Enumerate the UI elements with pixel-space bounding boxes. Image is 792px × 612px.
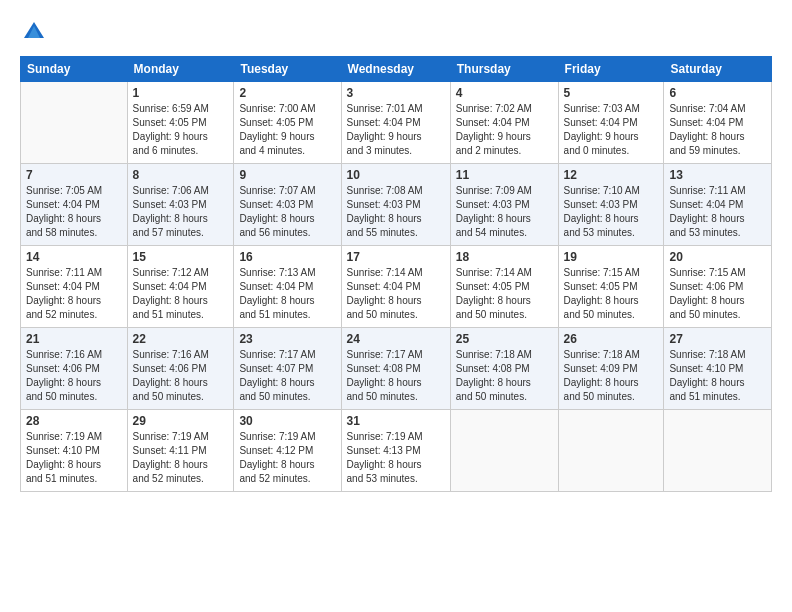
header [20, 18, 772, 46]
calendar-cell: 26Sunrise: 7:18 AM Sunset: 4:09 PM Dayli… [558, 328, 664, 410]
day-number: 30 [239, 414, 335, 428]
day-info: Sunrise: 7:11 AM Sunset: 4:04 PM Dayligh… [669, 184, 766, 240]
day-info: Sunrise: 7:09 AM Sunset: 4:03 PM Dayligh… [456, 184, 553, 240]
calendar-cell: 22Sunrise: 7:16 AM Sunset: 4:06 PM Dayli… [127, 328, 234, 410]
day-info: Sunrise: 7:18 AM Sunset: 4:09 PM Dayligh… [564, 348, 659, 404]
calendar-cell [450, 410, 558, 492]
calendar-cell: 28Sunrise: 7:19 AM Sunset: 4:10 PM Dayli… [21, 410, 128, 492]
day-number: 31 [347, 414, 445, 428]
logo-icon [20, 18, 48, 46]
day-info: Sunrise: 7:16 AM Sunset: 4:06 PM Dayligh… [26, 348, 122, 404]
calendar-cell: 2Sunrise: 7:00 AM Sunset: 4:05 PM Daylig… [234, 82, 341, 164]
calendar-cell: 25Sunrise: 7:18 AM Sunset: 4:08 PM Dayli… [450, 328, 558, 410]
day-info: Sunrise: 7:11 AM Sunset: 4:04 PM Dayligh… [26, 266, 122, 322]
calendar-cell [21, 82, 128, 164]
day-info: Sunrise: 7:05 AM Sunset: 4:04 PM Dayligh… [26, 184, 122, 240]
calendar-header-monday: Monday [127, 57, 234, 82]
day-info: Sunrise: 7:06 AM Sunset: 4:03 PM Dayligh… [133, 184, 229, 240]
day-info: Sunrise: 7:19 AM Sunset: 4:12 PM Dayligh… [239, 430, 335, 486]
day-info: Sunrise: 6:59 AM Sunset: 4:05 PM Dayligh… [133, 102, 229, 158]
calendar-cell: 9Sunrise: 7:07 AM Sunset: 4:03 PM Daylig… [234, 164, 341, 246]
day-number: 19 [564, 250, 659, 264]
calendar-cell [558, 410, 664, 492]
day-info: Sunrise: 7:18 AM Sunset: 4:08 PM Dayligh… [456, 348, 553, 404]
calendar-header-row: SundayMondayTuesdayWednesdayThursdayFrid… [21, 57, 772, 82]
day-number: 11 [456, 168, 553, 182]
day-info: Sunrise: 7:19 AM Sunset: 4:10 PM Dayligh… [26, 430, 122, 486]
calendar-cell: 24Sunrise: 7:17 AM Sunset: 4:08 PM Dayli… [341, 328, 450, 410]
day-info: Sunrise: 7:16 AM Sunset: 4:06 PM Dayligh… [133, 348, 229, 404]
day-number: 14 [26, 250, 122, 264]
calendar-week-4: 21Sunrise: 7:16 AM Sunset: 4:06 PM Dayli… [21, 328, 772, 410]
day-number: 29 [133, 414, 229, 428]
calendar-cell: 29Sunrise: 7:19 AM Sunset: 4:11 PM Dayli… [127, 410, 234, 492]
calendar-week-2: 7Sunrise: 7:05 AM Sunset: 4:04 PM Daylig… [21, 164, 772, 246]
day-number: 12 [564, 168, 659, 182]
calendar-cell: 15Sunrise: 7:12 AM Sunset: 4:04 PM Dayli… [127, 246, 234, 328]
day-number: 18 [456, 250, 553, 264]
day-info: Sunrise: 7:18 AM Sunset: 4:10 PM Dayligh… [669, 348, 766, 404]
day-number: 28 [26, 414, 122, 428]
calendar-cell [664, 410, 772, 492]
day-info: Sunrise: 7:14 AM Sunset: 4:05 PM Dayligh… [456, 266, 553, 322]
day-number: 16 [239, 250, 335, 264]
calendar-week-3: 14Sunrise: 7:11 AM Sunset: 4:04 PM Dayli… [21, 246, 772, 328]
day-number: 27 [669, 332, 766, 346]
calendar-cell: 14Sunrise: 7:11 AM Sunset: 4:04 PM Dayli… [21, 246, 128, 328]
calendar-cell: 1Sunrise: 6:59 AM Sunset: 4:05 PM Daylig… [127, 82, 234, 164]
calendar-cell: 11Sunrise: 7:09 AM Sunset: 4:03 PM Dayli… [450, 164, 558, 246]
day-number: 23 [239, 332, 335, 346]
calendar-cell: 8Sunrise: 7:06 AM Sunset: 4:03 PM Daylig… [127, 164, 234, 246]
day-info: Sunrise: 7:13 AM Sunset: 4:04 PM Dayligh… [239, 266, 335, 322]
calendar-cell: 7Sunrise: 7:05 AM Sunset: 4:04 PM Daylig… [21, 164, 128, 246]
day-number: 1 [133, 86, 229, 100]
calendar-week-5: 28Sunrise: 7:19 AM Sunset: 4:10 PM Dayli… [21, 410, 772, 492]
calendar-cell: 19Sunrise: 7:15 AM Sunset: 4:05 PM Dayli… [558, 246, 664, 328]
day-number: 8 [133, 168, 229, 182]
day-number: 6 [669, 86, 766, 100]
calendar-cell: 12Sunrise: 7:10 AM Sunset: 4:03 PM Dayli… [558, 164, 664, 246]
calendar-cell: 10Sunrise: 7:08 AM Sunset: 4:03 PM Dayli… [341, 164, 450, 246]
calendar-header-saturday: Saturday [664, 57, 772, 82]
day-number: 25 [456, 332, 553, 346]
calendar-cell: 18Sunrise: 7:14 AM Sunset: 4:05 PM Dayli… [450, 246, 558, 328]
day-info: Sunrise: 7:14 AM Sunset: 4:04 PM Dayligh… [347, 266, 445, 322]
calendar-header-thursday: Thursday [450, 57, 558, 82]
day-info: Sunrise: 7:12 AM Sunset: 4:04 PM Dayligh… [133, 266, 229, 322]
calendar-cell: 30Sunrise: 7:19 AM Sunset: 4:12 PM Dayli… [234, 410, 341, 492]
day-number: 22 [133, 332, 229, 346]
calendar-cell: 31Sunrise: 7:19 AM Sunset: 4:13 PM Dayli… [341, 410, 450, 492]
day-info: Sunrise: 7:15 AM Sunset: 4:06 PM Dayligh… [669, 266, 766, 322]
day-number: 26 [564, 332, 659, 346]
day-number: 3 [347, 86, 445, 100]
logo [20, 18, 52, 46]
day-number: 10 [347, 168, 445, 182]
day-info: Sunrise: 7:03 AM Sunset: 4:04 PM Dayligh… [564, 102, 659, 158]
day-number: 13 [669, 168, 766, 182]
day-number: 15 [133, 250, 229, 264]
day-info: Sunrise: 7:02 AM Sunset: 4:04 PM Dayligh… [456, 102, 553, 158]
calendar-header-sunday: Sunday [21, 57, 128, 82]
calendar-header-friday: Friday [558, 57, 664, 82]
calendar-cell: 20Sunrise: 7:15 AM Sunset: 4:06 PM Dayli… [664, 246, 772, 328]
calendar-cell: 5Sunrise: 7:03 AM Sunset: 4:04 PM Daylig… [558, 82, 664, 164]
calendar-table: SundayMondayTuesdayWednesdayThursdayFrid… [20, 56, 772, 492]
day-info: Sunrise: 7:04 AM Sunset: 4:04 PM Dayligh… [669, 102, 766, 158]
calendar-cell: 17Sunrise: 7:14 AM Sunset: 4:04 PM Dayli… [341, 246, 450, 328]
day-number: 7 [26, 168, 122, 182]
day-info: Sunrise: 7:08 AM Sunset: 4:03 PM Dayligh… [347, 184, 445, 240]
calendar-cell: 13Sunrise: 7:11 AM Sunset: 4:04 PM Dayli… [664, 164, 772, 246]
calendar-cell: 4Sunrise: 7:02 AM Sunset: 4:04 PM Daylig… [450, 82, 558, 164]
day-info: Sunrise: 7:00 AM Sunset: 4:05 PM Dayligh… [239, 102, 335, 158]
day-info: Sunrise: 7:07 AM Sunset: 4:03 PM Dayligh… [239, 184, 335, 240]
day-info: Sunrise: 7:17 AM Sunset: 4:07 PM Dayligh… [239, 348, 335, 404]
day-number: 2 [239, 86, 335, 100]
day-info: Sunrise: 7:10 AM Sunset: 4:03 PM Dayligh… [564, 184, 659, 240]
calendar-header-wednesday: Wednesday [341, 57, 450, 82]
calendar-cell: 21Sunrise: 7:16 AM Sunset: 4:06 PM Dayli… [21, 328, 128, 410]
day-number: 17 [347, 250, 445, 264]
calendar-cell: 16Sunrise: 7:13 AM Sunset: 4:04 PM Dayli… [234, 246, 341, 328]
day-number: 20 [669, 250, 766, 264]
calendar-header-tuesday: Tuesday [234, 57, 341, 82]
day-number: 5 [564, 86, 659, 100]
